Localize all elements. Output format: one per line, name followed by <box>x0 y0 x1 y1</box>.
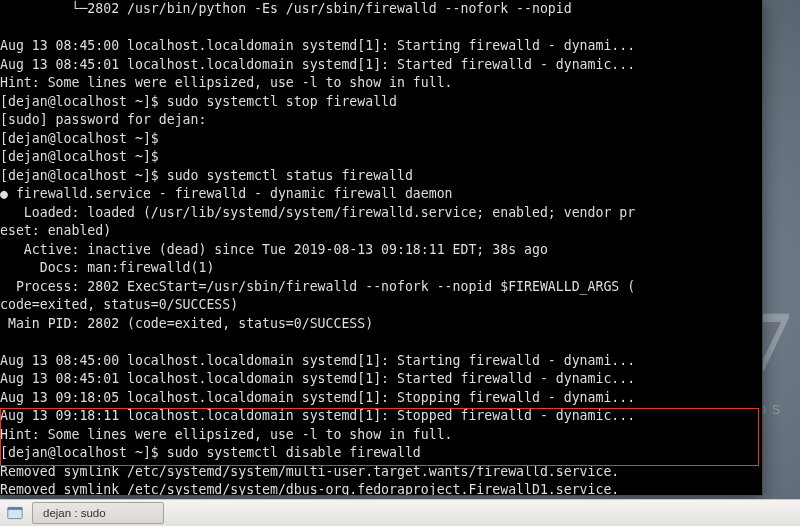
terminal-line: [dejan@localhost ~]$ sudo systemctl disa… <box>0 444 760 463</box>
taskbar-task-label: dejan : sudo <box>43 507 106 519</box>
svg-rect-1 <box>8 507 22 509</box>
terminal-line: Removed symlink /etc/systemd/system/dbus… <box>0 481 760 495</box>
terminal-line: [dejan@localhost ~]$ sudo systemctl stop… <box>0 93 760 112</box>
terminal-window[interactable]: └─2802 /usr/bin/python -Es /usr/sbin/fir… <box>0 0 763 496</box>
show-desktop-icon <box>7 506 23 520</box>
terminal-line: Hint: Some lines were ellipsized, use -l… <box>0 426 760 445</box>
show-desktop-button[interactable] <box>2 502 28 524</box>
terminal-line <box>0 19 760 38</box>
terminal-line: Hint: Some lines were ellipsized, use -l… <box>0 74 760 93</box>
terminal-line: ● firewalld.service - firewalld - dynami… <box>0 185 760 204</box>
terminal-content[interactable]: └─2802 /usr/bin/python -Es /usr/sbin/fir… <box>0 0 762 495</box>
terminal-line: eset: enabled) <box>0 222 760 241</box>
terminal-line: Aug 13 09:18:05 localhost.localdomain sy… <box>0 389 760 408</box>
taskbar: dejan : sudo <box>0 499 800 526</box>
terminal-line: Aug 13 08:45:01 localhost.localdomain sy… <box>0 370 760 389</box>
terminal-line: [dejan@localhost ~]$ <box>0 130 760 149</box>
terminal-line: Aug 13 09:18:11 localhost.localdomain sy… <box>0 407 760 426</box>
terminal-line: Docs: man:firewalld(1) <box>0 259 760 278</box>
terminal-line: [sudo] password for dejan: <box>0 111 760 130</box>
taskbar-task-terminal[interactable]: dejan : sudo <box>32 502 164 524</box>
terminal-line: [dejan@localhost ~]$ sudo systemctl stat… <box>0 167 760 186</box>
terminal-line: Removed symlink /etc/systemd/system/mult… <box>0 463 760 482</box>
terminal-line: Process: 2802 ExecStart=/usr/sbin/firewa… <box>0 278 760 297</box>
terminal-line: └─2802 /usr/bin/python -Es /usr/sbin/fir… <box>0 0 760 19</box>
terminal-line: Aug 13 08:45:00 localhost.localdomain sy… <box>0 37 760 56</box>
terminal-line: Aug 13 08:45:01 localhost.localdomain sy… <box>0 56 760 75</box>
desktop: 7 CENTOS └─2802 /usr/bin/python -Es /usr… <box>0 0 800 526</box>
terminal-line: Aug 13 08:45:00 localhost.localdomain sy… <box>0 352 760 371</box>
terminal-line: Active: inactive (dead) since Tue 2019-0… <box>0 241 760 260</box>
terminal-line: Main PID: 2802 (code=exited, status=0/SU… <box>0 315 760 334</box>
terminal-line <box>0 333 760 352</box>
terminal-line: Loaded: loaded (/usr/lib/systemd/system/… <box>0 204 760 223</box>
terminal-line: code=exited, status=0/SUCCESS) <box>0 296 760 315</box>
terminal-line: [dejan@localhost ~]$ <box>0 148 760 167</box>
